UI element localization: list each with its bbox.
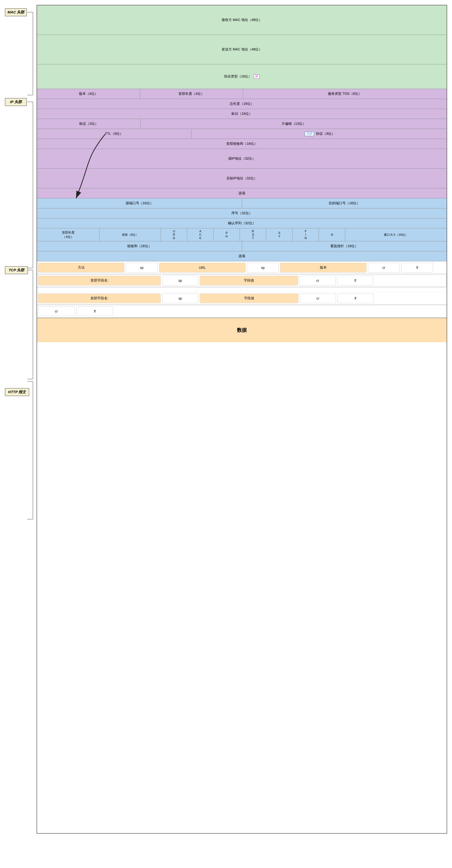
ip-ttl-proto-row: TTL（8位） TCP 协议（8位） bbox=[37, 129, 447, 139]
tcp-checksum-cell: 校验和（16位） bbox=[37, 241, 242, 251]
http-fieldval1-cell: 字段值 bbox=[200, 276, 298, 285]
tcp-label: TCP 头部 bbox=[5, 266, 28, 274]
tcp-ack-cell: 确认序列（32位） bbox=[37, 218, 447, 228]
tcp-urgent-cell: 紧急指针（16位） bbox=[242, 241, 447, 251]
mac-label: MAC 头部 bbox=[5, 8, 27, 16]
brace-svg bbox=[5, 5, 36, 834]
mac-proto-cell: 协议类型（16位） IP bbox=[37, 64, 447, 89]
http-cr2-cell: cr bbox=[300, 276, 336, 285]
ip-flags-row: 标志（3位） 片偏移（13位） bbox=[37, 119, 447, 129]
http-request-line-row: 方法 sp URL sp 版本 cr lf bbox=[37, 261, 447, 274]
mac-src-row: 发送方 MAC 地址（48位） bbox=[37, 35, 447, 64]
tcp-flag-n-cell: N bbox=[319, 228, 345, 241]
http-sp1-cell: sp bbox=[126, 263, 157, 273]
http-crlfonly-row: cr lf bbox=[37, 305, 447, 318]
http-header1-row: 首部字段名: sp 字段值 cr lf bbox=[37, 274, 447, 287]
tcp-dstport-cell: 目的端口号（16位） bbox=[242, 198, 447, 208]
mac-src-cell: 发送方 MAC 地址（48位） bbox=[37, 35, 447, 64]
ip-srcip-row: 源IP地址（32位） bbox=[37, 149, 447, 169]
ip-protocol-cell: TCP 协议（8位） bbox=[191, 129, 447, 139]
tcp-srcport-cell: 源端口号（16位） bbox=[37, 198, 242, 208]
ip-options-cell: 选项 bbox=[37, 188, 447, 198]
http-fieldval2-cell: 字段值 bbox=[200, 293, 298, 303]
http-method-cell: 方法 bbox=[38, 263, 124, 273]
http-lf2-cell: lf bbox=[337, 276, 373, 285]
ip-srcip-cell: 源IP地址（32位） bbox=[37, 149, 447, 168]
tcp-seq-row: 序号（32位） bbox=[37, 209, 447, 218]
main-diagram: MAC 头部 IP 头部 TCP 头部 HTTP 报文 bbox=[5, 5, 447, 834]
http-lffinal-cell: lf bbox=[77, 306, 113, 316]
ip-dstip-row: 目标IP地址（32位） bbox=[37, 169, 447, 188]
http-headername2-cell: 首部字段名: bbox=[38, 293, 161, 303]
http-label: HTTP 报文 bbox=[5, 388, 29, 396]
tcp-options-cell: 选项 bbox=[37, 251, 447, 261]
ip-checksum-cell: 首部校验和（16位） bbox=[37, 139, 447, 149]
ip-options-row: 选项 bbox=[37, 188, 447, 198]
tcp-flag-p-cell: P H bbox=[214, 228, 240, 241]
http-cr1-cell: cr bbox=[368, 263, 399, 273]
http-lf3-cell: lf bbox=[337, 293, 373, 303]
ip-id-row: 标识（16位） bbox=[37, 109, 447, 119]
ip-badge: IP bbox=[253, 74, 260, 79]
mac-dst-cell: 接收方 MAC 地址（48位） bbox=[37, 5, 447, 35]
http-lf1-cell: lf bbox=[401, 263, 433, 273]
http-sp4-cell: sp bbox=[162, 293, 198, 303]
tcp-flag-f-cell: F I N bbox=[293, 228, 319, 241]
ip-dstip-cell: 目标IP地址（32位） bbox=[37, 169, 447, 188]
ip-version-cell: 版本（4位） bbox=[37, 89, 140, 99]
ip-label: IP 头部 bbox=[5, 98, 27, 106]
tcp-options-row: 选项 bbox=[37, 251, 447, 261]
tcp-reserved-cell: 保留（6位） bbox=[99, 228, 161, 241]
http-crfinal-cell: cr bbox=[38, 306, 74, 316]
ip-headerlen-cell: 首部长度（4位） bbox=[140, 89, 243, 99]
tcp-window-cell: 窗口大小（16位） bbox=[345, 228, 447, 241]
tcp-headerlen-cell: 首部长度 （4位） bbox=[37, 228, 99, 241]
mac-dst-row: 接收方 MAC 地址（48位） bbox=[37, 5, 447, 35]
ip-totallen-cell: 总长度（16位） bbox=[37, 99, 447, 109]
ip-totallen-row: 总长度（16位） bbox=[37, 99, 447, 109]
tcp-flag-a-cell: A C K bbox=[187, 228, 214, 241]
tcp-flag-u-cell: U R G bbox=[161, 228, 187, 241]
http-headername1-cell: 首部字段名: bbox=[38, 276, 161, 285]
tcp-control-row: 首部长度 （4位） 保留（6位） U R G A C K P H R bbox=[37, 228, 447, 241]
http-sp2-cell: sp bbox=[247, 263, 279, 273]
ip-row1: 版本（4位） 首部长度（4位） 服务类型 TOS（8位） bbox=[37, 89, 447, 99]
labels-column: MAC 头部 IP 头部 TCP 头部 HTTP 报文 bbox=[5, 5, 36, 834]
tcp-flag-s-cell: S Y bbox=[266, 228, 293, 241]
http-cr3-cell: cr bbox=[300, 293, 336, 303]
http-header2-row: 首部字段名: sp 字段值 cr lf bbox=[37, 292, 447, 305]
http-url-cell: URL bbox=[159, 263, 245, 273]
http-ellipsis-row: · · · bbox=[37, 287, 447, 292]
tcp-flag-r-cell: R S T bbox=[240, 228, 266, 241]
ip-flags-cell: 标志（3位） bbox=[37, 119, 141, 129]
ip-ttl-cell: TTL（8位） bbox=[37, 129, 191, 139]
ip-fragoffset-cell: 片偏移（13位） bbox=[141, 119, 447, 129]
tcp-seq-cell: 序号（32位） bbox=[37, 209, 447, 218]
tcp-checksum-row: 校验和（16位） 紧急指针（16位） bbox=[37, 241, 447, 251]
protocol-diagram: 接收方 MAC 地址（48位） 发送方 MAC 地址（48位） 协议类型（16位… bbox=[36, 5, 447, 834]
mac-proto-row: 协议类型（16位） IP bbox=[37, 64, 447, 89]
tcp-ports-row: 源端口号（16位） 目的端口号（16位） bbox=[37, 198, 447, 209]
http-sp3-cell: sp bbox=[162, 276, 198, 285]
tcp-badge: TCP bbox=[305, 132, 314, 136]
http-data-section: 数据 bbox=[37, 318, 447, 342]
tcp-ack-row: 确认序列（32位） bbox=[37, 218, 447, 228]
ip-tos-cell: 服务类型 TOS（8位） bbox=[243, 89, 447, 99]
ip-checksum-row: 首部校验和（16位） bbox=[37, 139, 447, 149]
ip-id-cell: 标识（16位） bbox=[37, 109, 447, 119]
http-version-cell: 版本 bbox=[280, 263, 366, 273]
